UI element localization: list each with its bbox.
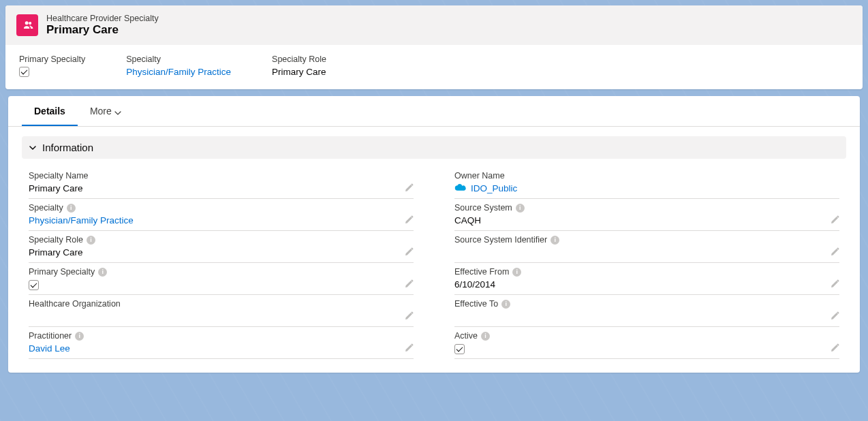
field-label: Owner Name <box>454 171 505 181</box>
highlight-label: Specialty <box>126 54 231 64</box>
field-value <box>29 310 414 322</box>
pencil-icon[interactable] <box>404 215 414 225</box>
info-icon[interactable]: i <box>512 268 521 277</box>
field-value <box>454 246 839 258</box>
tab-details[interactable]: Details <box>22 96 78 126</box>
practitioner-link[interactable]: David Lee <box>29 342 414 354</box>
field-effective-from: Effective From i 6/10/2014 <box>454 263 839 295</box>
field-label: Practitioner <box>29 331 72 341</box>
record-type-label: Healthcare Provider Specialty <box>46 14 159 23</box>
record-header: Healthcare Provider Specialty Primary Ca… <box>5 5 863 45</box>
pencil-icon[interactable] <box>404 247 414 257</box>
info-icon[interactable]: i <box>551 236 559 245</box>
owner-link[interactable]: IDO_Public <box>454 182 839 194</box>
record-highlights: Primary Specialty Specialty Physician/Fa… <box>5 45 863 89</box>
info-icon[interactable]: i <box>75 332 84 341</box>
record-title-block: Healthcare Provider Specialty Primary Ca… <box>46 14 159 37</box>
owner-name-value: IDO_Public <box>471 183 517 193</box>
info-icon[interactable]: i <box>481 332 490 341</box>
field-label: Specialty Role <box>29 235 83 245</box>
field-label: Effective From <box>454 267 509 277</box>
field-value <box>29 278 414 290</box>
field-label: Specialty Name <box>29 171 89 181</box>
field-specialty: Specialty i Physician/Family Practice <box>29 199 414 231</box>
specialty-link[interactable]: Physician/Family Practice <box>126 67 231 77</box>
field-specialty-name: Specialty Name Primary Care <box>29 167 414 199</box>
details-card: Details More Information Specialty Name … <box>8 96 860 373</box>
pencil-icon[interactable] <box>830 311 839 321</box>
record-summary-card: Healthcare Provider Specialty Primary Ca… <box>5 5 863 89</box>
detail-column-left: Specialty Name Primary Care Specialty i … <box>29 167 414 359</box>
field-value <box>454 310 839 322</box>
pencil-icon[interactable] <box>830 215 839 225</box>
section-toggle-information[interactable]: Information <box>22 136 846 159</box>
field-active: Active i <box>454 327 839 359</box>
highlight-specialty-role: Specialty Role Primary Care <box>272 54 326 77</box>
field-owner-name: Owner Name IDO_Public <box>454 167 839 199</box>
field-value: CAQH <box>454 214 839 226</box>
info-icon[interactable]: i <box>98 268 107 277</box>
record-name: Primary Care <box>46 23 159 37</box>
field-label: Source System Identifier <box>454 235 547 245</box>
info-icon[interactable]: i <box>501 300 510 309</box>
specialty-link[interactable]: Physician/Family Practice <box>29 214 414 226</box>
highlight-primary-specialty: Primary Specialty <box>19 54 85 77</box>
info-icon[interactable]: i <box>516 204 525 213</box>
field-label: Active <box>454 331 478 341</box>
field-label: Specialty <box>29 203 63 213</box>
field-value: Primary Care <box>29 246 414 258</box>
pencil-icon[interactable] <box>830 343 839 353</box>
pencil-icon[interactable] <box>830 247 839 257</box>
pencil-icon[interactable] <box>404 311 414 321</box>
tab-bar: Details More <box>8 96 860 127</box>
chevron-down-icon <box>29 144 37 152</box>
primary-specialty-checkbox <box>29 280 39 290</box>
active-checkbox <box>454 344 465 354</box>
field-healthcare-organization: Healthcare Organization <box>29 295 414 327</box>
chevron-down-icon <box>114 108 121 114</box>
highlight-label: Specialty Role <box>272 54 326 64</box>
field-value: Primary Care <box>29 182 414 194</box>
info-icon[interactable]: i <box>67 204 76 213</box>
tab-label: More <box>90 106 112 116</box>
field-label: Healthcare Organization <box>29 299 121 309</box>
specialty-role-value: Primary Care <box>272 67 326 77</box>
field-effective-to: Effective To i <box>454 295 839 327</box>
field-value: 6/10/2014 <box>454 278 839 290</box>
field-label: Source System <box>454 203 512 213</box>
field-label: Effective To <box>454 299 498 309</box>
pencil-icon[interactable] <box>404 279 414 289</box>
field-source-system: Source System i CAQH <box>454 199 839 231</box>
primary-specialty-checkbox <box>19 67 29 77</box>
field-label: Primary Specialty <box>29 267 95 277</box>
section-title: Information <box>42 142 93 153</box>
field-source-system-identifier: Source System Identifier i <box>454 231 839 263</box>
highlight-label: Primary Specialty <box>19 54 85 64</box>
pencil-icon[interactable] <box>404 343 414 353</box>
field-specialty-role: Specialty Role i Primary Care <box>29 231 414 263</box>
info-icon[interactable]: i <box>87 236 95 245</box>
pencil-icon[interactable] <box>830 279 839 289</box>
tab-label: Details <box>34 106 65 116</box>
highlight-specialty: Specialty Physician/Family Practice <box>126 54 231 77</box>
field-primary-specialty: Primary Specialty i <box>29 263 414 295</box>
cloud-icon <box>454 184 467 192</box>
record-type-icon <box>16 14 38 36</box>
detail-column-right: Owner Name IDO_Public Source System i CA… <box>454 167 839 359</box>
field-value <box>454 342 839 354</box>
detail-field-grid: Specialty Name Primary Care Specialty i … <box>8 167 860 373</box>
tab-more[interactable]: More <box>78 96 134 126</box>
field-practitioner: Practitioner i David Lee <box>29 327 414 359</box>
pencil-icon[interactable] <box>404 183 414 193</box>
